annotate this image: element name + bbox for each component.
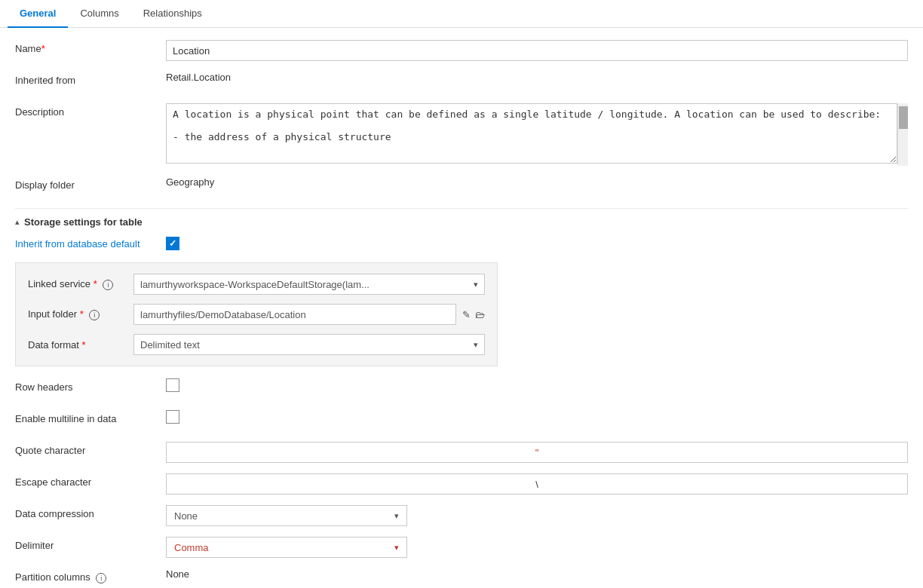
storage-section-title: Storage settings for table (24, 216, 143, 228)
path-icons: ✎ 🗁 (462, 309, 485, 320)
data-format-chevron-icon: ▾ (474, 340, 478, 350)
delimiter-value: Comma ▾ (166, 537, 908, 558)
data-format-dropdown[interactable]: Delimited text ▾ (133, 334, 485, 355)
input-folder-label: Input folder * i (28, 308, 133, 320)
quote-character-input[interactable] (166, 442, 908, 463)
partition-columns-info-icon[interactable]: i (96, 573, 106, 583)
escape-character-input[interactable] (166, 473, 908, 495)
input-folder-row: Input folder * i lamurthyfiles/DemoDatab… (28, 304, 485, 325)
inherit-db-row: Inherit from database default (15, 237, 908, 250)
linked-service-chevron-icon: ▾ (474, 280, 478, 289)
display-folder-value: Geography (166, 176, 908, 188)
row-headers-row: Row headers (15, 378, 908, 400)
quote-character-row: Quote character (15, 442, 908, 463)
data-format-row: Data format * Delimited text ▾ (28, 334, 485, 355)
main-content: Name* Inherited from Retail.Location Des… (0, 28, 923, 588)
escape-character-value (166, 473, 908, 495)
inherit-db-label: Inherit from database default (15, 238, 166, 250)
data-compression-selected: None (174, 510, 198, 522)
data-format-value: Delimited text (140, 339, 200, 351)
enable-multiline-row: Enable multiline in data (15, 410, 908, 431)
storage-section-header: ▴ Storage settings for table (15, 216, 908, 228)
partition-columns-label: Partition columns i (15, 568, 166, 583)
name-input[interactable] (166, 40, 908, 61)
edit-path-icon[interactable]: ✎ (462, 309, 471, 320)
description-row: Description A location is a physical poi… (15, 103, 908, 166)
data-compression-dropdown[interactable]: None ▾ (166, 505, 407, 526)
input-folder-info-icon[interactable]: i (89, 310, 100, 320)
description-label: Description (15, 103, 166, 118)
enable-multiline-checkbox[interactable] (166, 410, 179, 424)
row-headers-value (166, 378, 908, 392)
name-row: Name* (15, 40, 908, 61)
delimiter-dropdown[interactable]: Comma ▾ (166, 537, 407, 558)
description-scrollbar-thumb[interactable] (899, 106, 908, 129)
data-compression-chevron-icon: ▾ (394, 511, 399, 521)
escape-character-label: Escape character (15, 473, 166, 488)
description-scrollbar[interactable] (897, 103, 908, 166)
tabs-bar: General Columns Relationships (0, 0, 923, 28)
name-field-wrapper (166, 40, 908, 61)
storage-arrow-icon: ▴ (15, 217, 20, 227)
display-folder-row: Display folder Geography (15, 176, 908, 198)
tab-relationships[interactable]: Relationships (131, 0, 214, 28)
delimiter-row: Delimiter Comma ▾ (15, 537, 908, 558)
linked-service-value: lamurthyworkspace-WorkspaceDefaultStorag… (140, 279, 370, 290)
delimiter-label: Delimiter (15, 537, 166, 551)
browse-folder-icon[interactable]: 🗁 (475, 309, 485, 320)
inherit-db-checkbox[interactable] (166, 237, 179, 250)
display-folder-label: Display folder (15, 176, 166, 191)
delimiter-selected: Comma (174, 542, 209, 553)
row-headers-checkbox[interactable] (166, 378, 179, 392)
linked-service-dropdown[interactable]: lamurthyworkspace-WorkspaceDefaultStorag… (133, 274, 485, 295)
tab-columns[interactable]: Columns (68, 0, 130, 28)
delimiter-chevron-icon: ▾ (394, 543, 399, 553)
linked-service-info-icon[interactable]: i (103, 280, 113, 290)
enable-multiline-value (166, 410, 908, 424)
tab-general[interactable]: General (8, 0, 68, 28)
quote-character-value (166, 442, 908, 463)
partition-columns-value: None (166, 568, 908, 580)
description-textarea[interactable]: A location is a physical point that can … (166, 103, 897, 164)
inherited-from-row: Inherited from Retail.Location (15, 72, 908, 93)
data-compression-label: Data compression (15, 505, 166, 519)
partition-columns-row: Partition columns i None (15, 568, 908, 588)
row-headers-label: Row headers (15, 378, 166, 393)
divider-1 (15, 208, 908, 209)
linked-service-row: Linked service * i lamurthyworkspace-Wor… (28, 274, 485, 295)
storage-box: Linked service * i lamurthyworkspace-Wor… (15, 262, 498, 366)
inherited-from-label: Inherited from (15, 72, 166, 86)
inherited-from-value: Retail.Location (166, 72, 908, 83)
escape-character-row: Escape character (15, 473, 908, 495)
quote-character-label: Quote character (15, 442, 166, 456)
enable-multiline-label: Enable multiline in data (15, 410, 166, 424)
data-format-label: Data format * (28, 339, 133, 351)
linked-service-label: Linked service * i (28, 278, 133, 290)
input-folder-value: lamurthyfiles/DemoDatabase/Location (133, 304, 456, 325)
name-label: Name* (15, 40, 166, 54)
description-wrapper: A location is a physical point that can … (166, 103, 908, 166)
data-compression-row: Data compression None ▾ (15, 505, 908, 526)
data-compression-value: None ▾ (166, 505, 908, 526)
